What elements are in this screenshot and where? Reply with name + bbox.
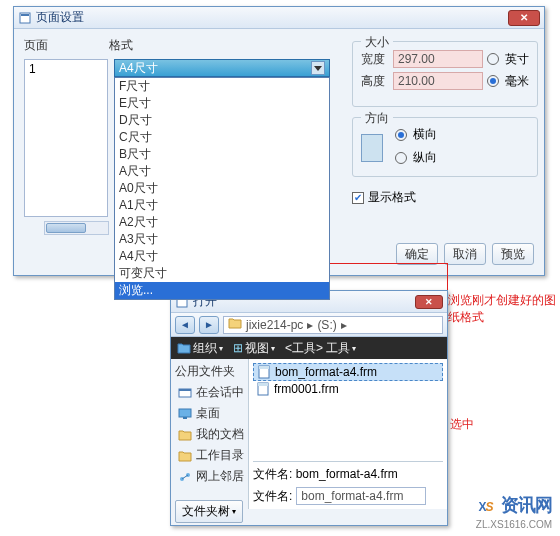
preview-button[interactable]: 预览 [492, 243, 534, 265]
file-name: bom_format-a4.frm [275, 365, 377, 379]
scrollbar-horizontal[interactable] [44, 221, 109, 235]
close-button[interactable]: ✕ [415, 295, 443, 309]
scrollbar-thumb[interactable] [46, 223, 86, 233]
svg-rect-14 [258, 383, 268, 386]
path-tail[interactable]: (S:) [317, 318, 336, 332]
sidebar-item-documents[interactable]: 我的文档 [173, 424, 246, 445]
width-input[interactable]: 297.00 [393, 50, 483, 68]
menu-tools[interactable]: <工具> 工具▾ [285, 340, 356, 357]
show-format-label: 显示格式 [368, 189, 416, 206]
height-input[interactable]: 210.00 [393, 72, 483, 90]
chevron-right-icon: ▸ [307, 318, 313, 332]
landscape-radio[interactable] [395, 129, 407, 141]
filename-input[interactable]: bom_format-a4.frm [296, 487, 426, 505]
dropdown-item[interactable]: A2尺寸 [115, 214, 329, 231]
annotation-browse: 浏览刚才创建好的图纸格式 [448, 292, 558, 326]
documents-icon [177, 428, 193, 442]
portrait-radio[interactable] [395, 152, 407, 164]
page-orientation-icon [361, 134, 383, 162]
size-groupbox: 大小 宽度 297.00 英寸 高度 210.00 毫米 [352, 41, 538, 107]
filename-label: 文件名: [253, 488, 292, 505]
width-label: 宽度 [361, 51, 389, 68]
dropdown-item-browse[interactable]: 浏览... [115, 282, 329, 299]
size-legend: 大小 [361, 34, 393, 51]
dropdown-item[interactable]: E尺寸 [115, 95, 329, 112]
dropdown-item[interactable]: F尺寸 [115, 78, 329, 95]
sidebar-category: 公用文件夹 [173, 361, 246, 382]
svg-rect-6 [179, 409, 191, 417]
format-dropdown[interactable]: F尺寸 E尺寸 D尺寸 C尺寸 B尺寸 A尺寸 A0尺寸 A1尺寸 A2尺寸 A… [114, 77, 330, 300]
dropdown-item[interactable]: A4尺寸 [115, 248, 329, 265]
unit-mm-radio[interactable] [487, 75, 499, 87]
desktop-icon [177, 407, 193, 421]
dropdown-item[interactable]: A3尺寸 [115, 231, 329, 248]
folder-tree-button[interactable]: 文件夹树 ▾ [175, 500, 243, 523]
menu-organize[interactable]: 组织▾ [177, 340, 223, 357]
menu-view[interactable]: ⊞ 视图▾ [233, 340, 275, 357]
network-icon [177, 470, 193, 484]
file-item-selected[interactable]: bom_format-a4.frm [253, 363, 443, 381]
dropdown-item[interactable]: A0尺寸 [115, 180, 329, 197]
ok-button[interactable]: 确定 [396, 243, 438, 265]
orientation-legend: 方向 [361, 110, 393, 127]
chevron-down-icon[interactable] [311, 61, 325, 75]
page-setup-window: 页面设置 ✕ 页面 格式 1 A4尺寸 F尺寸 E尺寸 D尺寸 C尺寸 B尺寸 … [13, 6, 545, 276]
chevron-down-icon: ▾ [232, 507, 236, 516]
open-file-window: 打开 ✕ ◄ ► jixie214-pc ▸ (S:) ▸ 组织▾ ⊞ [170, 290, 448, 526]
file-name: frm0001.frm [274, 382, 339, 396]
svg-rect-12 [259, 366, 269, 369]
window-title: 页面设置 [36, 9, 508, 26]
dropdown-item[interactable]: A1尺寸 [115, 197, 329, 214]
nav-back-button[interactable]: ◄ [175, 316, 195, 334]
sidebar-item-session[interactable]: 在会话中 [173, 382, 246, 403]
dropdown-item[interactable]: B尺寸 [115, 146, 329, 163]
svg-rect-1 [21, 14, 29, 16]
chevron-right-icon: ▸ [341, 318, 347, 332]
page-label: 页面 [24, 37, 109, 54]
session-icon [177, 386, 193, 400]
dropdown-item[interactable]: C尺寸 [115, 129, 329, 146]
format-select[interactable]: A4尺寸 [114, 59, 330, 77]
show-format-checkbox[interactable]: 显示格式 [352, 189, 416, 206]
folder-icon [177, 449, 193, 463]
path-bar[interactable]: jixie214-pc ▸ (S:) ▸ [223, 316, 443, 334]
window-icon [18, 11, 32, 25]
sidebar-item-desktop[interactable]: 桌面 [173, 403, 246, 424]
file-item[interactable]: frm0001.frm [253, 381, 443, 397]
annotation-selected: 选中 [450, 416, 474, 433]
unit-inch-label: 英寸 [505, 51, 529, 68]
svg-rect-5 [179, 389, 191, 391]
sidebar-item-workdir[interactable]: 工作目录 [173, 445, 246, 466]
path-segment[interactable]: jixie214-pc [246, 318, 303, 332]
dropdown-item[interactable]: D尺寸 [115, 112, 329, 129]
arrow-line [316, 263, 448, 264]
nav-forward-button[interactable]: ► [199, 316, 219, 334]
file-icon [256, 365, 272, 379]
menubar: 组织▾ ⊞ 视图▾ <工具> 工具▾ [171, 337, 447, 359]
dropdown-item[interactable]: 可变尺寸 [115, 265, 329, 282]
cancel-button[interactable]: 取消 [444, 243, 486, 265]
arrow-line [447, 263, 448, 293]
sidebar-item-network[interactable]: 网上邻居 [173, 466, 246, 487]
file-pane[interactable]: bom_format-a4.frm frm0001.frm 文件名: bom_f… [249, 359, 447, 509]
filename-input-row: 文件名: bom_format-a4.frm [253, 487, 443, 505]
checkbox-icon[interactable] [352, 192, 364, 204]
height-label: 高度 [361, 73, 389, 90]
unit-mm-label: 毫米 [505, 73, 529, 90]
nav-toolbar: ◄ ► jixie214-pc ▸ (S:) ▸ [171, 313, 447, 337]
page-list-item[interactable]: 1 [25, 60, 107, 78]
dropdown-item[interactable]: A尺寸 [115, 163, 329, 180]
file-info-row: 文件名: bom_format-a4.frm [253, 461, 443, 483]
folder-icon [228, 317, 242, 332]
svg-rect-7 [183, 417, 187, 419]
close-button[interactable]: ✕ [508, 10, 540, 26]
svg-line-10 [182, 475, 188, 479]
titlebar[interactable]: 页面设置 ✕ [14, 7, 544, 29]
unit-inch-radio[interactable] [487, 53, 499, 65]
sidebar: 公用文件夹 在会话中 桌面 我的文档 工作目录 网上邻居 [171, 359, 249, 509]
filename-value: bom_format-a4.frm [296, 467, 398, 481]
page-list[interactable]: 1 [24, 59, 108, 217]
landscape-label: 横向 [413, 126, 437, 143]
filename-label: 文件名: [253, 467, 292, 481]
format-selected-value: A4尺寸 [119, 60, 158, 77]
